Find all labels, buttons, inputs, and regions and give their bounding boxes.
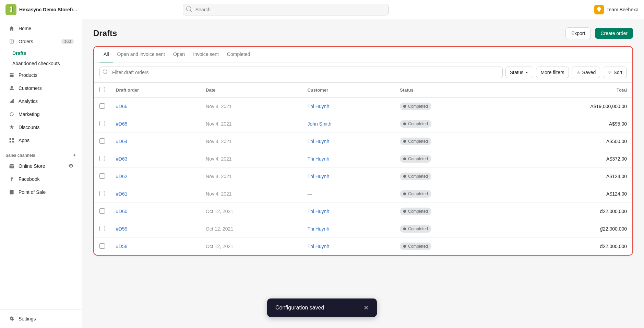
draft-order-id[interactable]: #D66	[110, 98, 200, 115]
sidebar-item-online-store[interactable]: Online Store	[3, 160, 79, 172]
sidebar-item-abandoned[interactable]: Abandoned checkouts	[12, 59, 79, 68]
page-title: Drafts	[93, 28, 117, 38]
store-logo[interactable]: Hexasync Demo Storefr...	[5, 4, 77, 15]
sidebar-item-discounts[interactable]: Discounts	[3, 121, 79, 133]
draft-order-id[interactable]: #D59	[110, 220, 200, 238]
sidebar-item-marketing[interactable]: Marketing	[3, 108, 79, 120]
tab-open[interactable]: Open	[169, 47, 189, 62]
sidebar-item-facebook[interactable]: Facebook	[3, 173, 79, 185]
draft-order-status: Completed	[394, 133, 507, 150]
create-order-button[interactable]: Create order	[595, 28, 633, 39]
draft-order-status: Completed	[394, 185, 507, 203]
draft-order-id[interactable]: #D64	[110, 133, 200, 150]
draft-order-customer[interactable]: Thi Huynh	[302, 168, 394, 185]
draft-order-date: Oct 12, 2021	[200, 203, 302, 220]
table-row: #D66 Nov 8, 2021 Thi Huynh Completed A$1…	[94, 98, 632, 115]
tab-bar: All Open and invoice sent Open Invoice s…	[94, 47, 632, 62]
add-sales-channel-button[interactable]: ＋	[72, 152, 76, 158]
draft-order-customer: —	[302, 185, 394, 203]
svg-point-1	[11, 86, 13, 88]
status-filter-button[interactable]: Status	[505, 67, 534, 78]
toast-message: Configuration saved	[275, 305, 324, 311]
table-row: #D64 Nov 4, 2021 Thi Huynh Completed A$5…	[94, 133, 632, 150]
draft-order-total: ₫22,000,000	[507, 203, 632, 220]
home-icon	[8, 25, 15, 32]
sidebar-label-customers: Customers	[19, 85, 42, 91]
row-checkbox-0[interactable]	[99, 103, 105, 109]
sidebar-label-settings: Settings	[19, 316, 36, 321]
export-button[interactable]: Export	[565, 27, 591, 39]
row-checkbox-7[interactable]	[99, 226, 105, 231]
draft-order-id[interactable]: #D63	[110, 150, 200, 168]
sidebar-label-products: Products	[19, 72, 37, 78]
draft-order-date: Nov 4, 2021	[200, 133, 302, 150]
row-checkbox-3[interactable]	[99, 156, 105, 161]
row-checkbox-8[interactable]	[99, 243, 105, 249]
table-row: #D60 Oct 12, 2021 Thi Huynh Completed ₫2…	[94, 203, 632, 220]
search-input[interactable]	[183, 4, 389, 15]
sidebar-label-discounts: Discounts	[19, 125, 39, 130]
settings-icon	[8, 315, 15, 322]
toast-close-button[interactable]: ✕	[363, 304, 369, 312]
shopify-logo-icon	[5, 4, 16, 15]
draft-order-status: Completed	[394, 168, 507, 185]
filter-input[interactable]	[99, 67, 503, 78]
draft-order-customer[interactable]: Thi Huynh	[302, 98, 394, 115]
sidebar-item-home[interactable]: Home	[3, 22, 79, 35]
draft-order-date: Nov 4, 2021	[200, 185, 302, 203]
draft-order-id[interactable]: #D58	[110, 238, 200, 255]
sidebar-label-analytics: Analytics	[19, 98, 38, 104]
table-row: #D62 Nov 4, 2021 Thi Huynh Completed A$1…	[94, 168, 632, 185]
draft-order-customer[interactable]: John Smith	[302, 115, 394, 133]
row-checkbox-5[interactable]	[99, 191, 105, 196]
draft-order-id[interactable]: #D61	[110, 185, 200, 203]
chevron-down-icon	[525, 70, 529, 74]
search-icon	[186, 6, 192, 13]
row-checkbox-4[interactable]	[99, 173, 105, 179]
draft-order-status: Completed	[394, 238, 507, 255]
col-draft-order: Draft order	[110, 83, 200, 98]
sidebar-label-drafts: Drafts	[12, 50, 26, 56]
tab-open-invoice[interactable]: Open and invoice sent	[113, 47, 169, 62]
draft-order-date: Nov 4, 2021	[200, 168, 302, 185]
draft-order-customer[interactable]: Thi Huynh	[302, 150, 394, 168]
tab-completed[interactable]: Completed	[223, 47, 254, 62]
sidebar-item-settings[interactable]: Settings	[3, 313, 79, 325]
draft-order-id[interactable]: #D65	[110, 115, 200, 133]
sidebar-label-home: Home	[19, 26, 31, 31]
draft-order-id[interactable]: #D62	[110, 168, 200, 185]
sidebar-item-products[interactable]: Products	[3, 69, 79, 81]
more-filters-button[interactable]: More filters	[536, 67, 569, 78]
svg-rect-5	[12, 141, 14, 143]
saved-button[interactable]: Saved	[572, 67, 600, 78]
sidebar-item-point-of-sale[interactable]: Point of Sale	[3, 186, 79, 198]
svg-rect-2	[10, 138, 11, 140]
draft-order-total: A$372.00	[507, 150, 632, 168]
sidebar-item-drafts[interactable]: Drafts	[12, 48, 79, 58]
sidebar-item-orders[interactable]: Orders 160	[3, 35, 79, 48]
draft-order-customer[interactable]: Thi Huynh	[302, 238, 394, 255]
sidebar-item-apps[interactable]: Apps	[3, 134, 79, 147]
row-checkbox-6[interactable]	[99, 208, 105, 214]
table-row: #D63 Nov 4, 2021 Thi Huynh Completed A$3…	[94, 150, 632, 168]
sidebar-item-customers[interactable]: Customers	[3, 82, 79, 94]
row-checkbox-1[interactable]	[99, 121, 105, 126]
tab-all[interactable]: All	[99, 47, 113, 62]
draft-order-customer[interactable]: Thi Huynh	[302, 203, 394, 220]
analytics-icon	[8, 98, 15, 105]
apps-icon	[8, 137, 15, 144]
top-nav-right: Team Beehexa	[594, 5, 639, 14]
draft-order-customer[interactable]: Thi Huynh	[302, 220, 394, 238]
draft-order-total: A$124.00	[507, 168, 632, 185]
sort-button[interactable]: Sort	[603, 67, 627, 78]
tab-invoice-sent[interactable]: Invoice sent	[189, 47, 223, 62]
draft-order-customer[interactable]: Thi Huynh	[302, 133, 394, 150]
team-selector[interactable]: Team Beehexa	[594, 5, 639, 14]
table-row: #D65 Nov 4, 2021 John Smith Completed A$…	[94, 115, 632, 133]
row-checkbox-2[interactable]	[99, 138, 105, 144]
sidebar-item-analytics[interactable]: Analytics	[3, 95, 79, 107]
draft-order-date: Nov 8, 2021	[200, 98, 302, 115]
select-all-checkbox[interactable]	[99, 87, 105, 92]
sidebar-label-apps: Apps	[19, 138, 29, 143]
draft-order-id[interactable]: #D60	[110, 203, 200, 220]
